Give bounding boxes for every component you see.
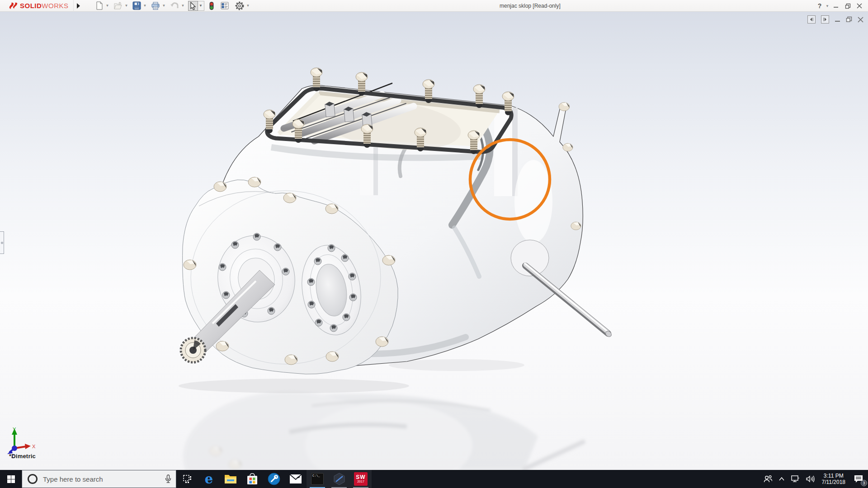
rebuild-button[interactable] (208, 1, 215, 11)
solidworks-2017-icon: SW 2017 (354, 472, 368, 486)
microphone-icon[interactable] (165, 474, 171, 483)
new-document-icon (95, 1, 104, 10)
expand-right-pane-button[interactable] (821, 15, 829, 23)
brand-works-text: WORKS (42, 2, 68, 9)
undo-button[interactable] (169, 1, 180, 11)
select-tool-caret[interactable]: ▼ (198, 1, 204, 11)
tray-date: 7/11/2018 (822, 479, 846, 485)
menu-expand-arrow[interactable] (75, 1, 82, 10)
view-orientation-label: *Dimetric (9, 453, 36, 460)
taskbar-app-store[interactable] (241, 470, 263, 488)
action-center-button[interactable]: 3 (849, 470, 868, 488)
restore-button[interactable] (842, 1, 854, 11)
solidworks-logo: SOLIDWORKS (0, 0, 74, 12)
hex-bolt (563, 143, 573, 151)
people-icon (764, 475, 773, 483)
graphics-viewport[interactable]: Y X Z *Dimetric (0, 12, 868, 470)
open-button[interactable] (113, 1, 123, 11)
gearbox-3d-model[interactable] (0, 12, 868, 470)
doc-minimize-button[interactable] (835, 17, 840, 23)
close-button[interactable] (854, 1, 865, 11)
print-icon (151, 2, 160, 10)
command-prompt-icon: C:\_ (311, 473, 324, 485)
wrench-tool-icon (268, 473, 280, 485)
help-button[interactable]: ? (814, 1, 826, 11)
window-controls: ? ▼ (814, 0, 865, 12)
network-button[interactable] (788, 470, 803, 488)
new-document-caret[interactable]: ▼ (105, 1, 110, 11)
taskbar-app-mail[interactable] (285, 470, 307, 488)
system-tray: 3:11 PM 7/11/2018 3 (760, 470, 868, 488)
print-button[interactable] (150, 1, 161, 11)
document-title: menjac sklop [Read-only] (500, 0, 561, 12)
options-button[interactable] (234, 1, 245, 11)
file-properties-icon (221, 2, 229, 9)
hexagon-app-icon (333, 473, 345, 485)
search-input[interactable] (43, 475, 160, 483)
hidden-icons-chevron[interactable] (776, 470, 788, 488)
task-view-button[interactable] (176, 470, 198, 488)
chevron-up-icon (779, 477, 784, 481)
save-button[interactable] (132, 1, 142, 11)
help-caret[interactable]: ▼ (826, 4, 830, 8)
splined-shaft-end (181, 338, 205, 362)
save-floppy-icon (132, 1, 141, 10)
hex-bolt (571, 222, 581, 230)
feature-manager-flyout-tab[interactable] (0, 231, 4, 254)
taskbar-search[interactable] (22, 470, 176, 488)
windows-logo-icon (7, 475, 15, 483)
windows-taskbar: e C:\_ (0, 470, 868, 488)
collapse-left-pane-button[interactable] (807, 15, 816, 23)
ds-3d-logo-icon (8, 1, 20, 10)
hex-bolt (559, 103, 570, 111)
doc-close-button[interactable] (858, 17, 863, 23)
edge-icon: e (205, 473, 213, 486)
floor-reflection (183, 391, 583, 470)
tray-time: 3:11 PM (822, 473, 846, 479)
save-caret[interactable]: ▼ (143, 1, 147, 11)
document-window-controls (802, 15, 863, 23)
options-caret[interactable]: ▼ (246, 1, 250, 11)
triad-y-label: Y (13, 427, 16, 432)
undo-caret[interactable]: ▼ (181, 1, 185, 11)
microsoft-store-icon (246, 473, 258, 485)
titlebar: SOLIDWORKS ▼ ▼ ▼ (0, 0, 868, 12)
task-view-icon (183, 475, 192, 483)
network-icon (791, 475, 800, 483)
speaker-icon (806, 475, 815, 483)
notification-badge: 3 (861, 480, 867, 486)
select-tool-button[interactable] (188, 1, 198, 11)
cortana-icon (28, 474, 38, 484)
rebuild-traffic-light-icon (209, 1, 214, 10)
select-cursor-icon (190, 2, 196, 10)
undo-arrow-icon (170, 2, 179, 9)
start-button[interactable] (0, 470, 22, 488)
options-gear-icon (235, 1, 244, 10)
contact-shadow (179, 379, 409, 393)
print-caret[interactable]: ▼ (162, 1, 166, 11)
taskbar-app-solidworks[interactable]: SW 2017 (350, 470, 372, 488)
volume-button[interactable] (803, 470, 818, 488)
taskbar-app-support-tool[interactable] (263, 470, 285, 488)
minimize-button[interactable] (830, 1, 842, 11)
brand-solid-text: SOLID (20, 2, 42, 9)
new-document-button[interactable] (94, 1, 104, 11)
taskbar-app-file-explorer[interactable] (220, 470, 241, 488)
taskbar-app-hexagon[interactable] (328, 470, 350, 488)
people-button[interactable] (760, 470, 776, 488)
taskbar-app-command-prompt[interactable]: C:\_ (307, 470, 328, 488)
file-properties-button[interactable] (220, 1, 230, 11)
triad-x-label: X (32, 444, 36, 449)
file-explorer-icon (224, 474, 237, 484)
open-folder-icon (113, 2, 123, 10)
taskbar-app-edge[interactable]: e (198, 470, 220, 488)
doc-restore-button[interactable] (846, 16, 852, 23)
flyout-tab-dot (1, 242, 3, 244)
clock[interactable]: 3:11 PM 7/11/2018 (818, 470, 849, 488)
mail-icon (289, 474, 302, 484)
open-caret[interactable]: ▼ (124, 1, 129, 11)
main-toolbar: ▼ ▼ ▼ ▼ (94, 0, 253, 12)
